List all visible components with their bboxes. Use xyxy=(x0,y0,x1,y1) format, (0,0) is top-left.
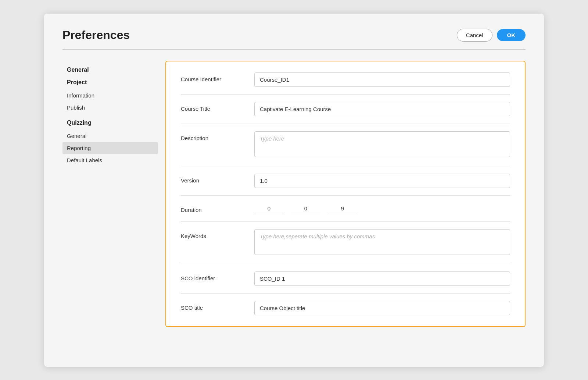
input-wrap-duration xyxy=(254,203,510,214)
sco-title-input[interactable] xyxy=(254,301,510,315)
form-row-course-identifier: Course Identifier xyxy=(181,72,510,95)
form-row-keywords: KeyWords xyxy=(181,229,510,264)
label-sco-identifier: SCO identifier xyxy=(181,271,254,281)
ok-button[interactable]: OK xyxy=(497,29,526,41)
input-wrap-sco-title xyxy=(254,301,510,315)
keywords-textarea[interactable] xyxy=(254,229,510,255)
form-row-description: Description xyxy=(181,131,510,166)
sidebar-item-quizzing-general[interactable]: General xyxy=(62,130,158,142)
header-buttons: Cancel OK xyxy=(457,29,526,42)
label-course-identifier: Course Identifier xyxy=(181,72,254,82)
label-duration: Duration xyxy=(181,203,254,213)
input-wrap-sco-identifier xyxy=(254,271,510,286)
duration-inputs xyxy=(254,203,510,214)
main-content-panel: Course Identifier Course Title Descripti… xyxy=(165,61,526,327)
sidebar-item-publish[interactable]: Publish xyxy=(62,102,158,114)
form-row-version: Version xyxy=(181,174,510,196)
form-row-sco-identifier: SCO identifier xyxy=(181,271,510,294)
preferences-dialog: Preferences Cancel OK General Project In… xyxy=(44,14,544,367)
content-area: General Project Information Publish Quiz… xyxy=(62,61,526,327)
course-identifier-input[interactable] xyxy=(254,72,510,87)
form-row-sco-title: SCO title xyxy=(181,301,510,315)
sidebar-section-project: Project xyxy=(62,79,158,86)
course-title-input[interactable] xyxy=(254,102,510,116)
label-sco-title: SCO title xyxy=(181,301,254,311)
duration-minutes-input[interactable] xyxy=(291,203,320,214)
sco-identifier-input[interactable] xyxy=(254,271,510,286)
form-row-course-title: Course Title xyxy=(181,102,510,124)
duration-hours-input[interactable] xyxy=(254,203,284,214)
version-input[interactable] xyxy=(254,174,510,188)
input-wrap-version xyxy=(254,174,510,188)
label-course-title: Course Title xyxy=(181,102,254,112)
duration-seconds-input[interactable] xyxy=(328,203,357,214)
header-divider xyxy=(62,49,526,50)
description-textarea[interactable] xyxy=(254,131,510,157)
label-description: Description xyxy=(181,131,254,141)
sidebar-item-reporting[interactable]: Reporting xyxy=(62,142,158,154)
label-version: Version xyxy=(181,174,254,184)
input-wrap-course-title xyxy=(254,102,510,116)
sidebar: General Project Information Publish Quiz… xyxy=(62,61,165,327)
label-keywords: KeyWords xyxy=(181,229,254,239)
sidebar-item-information[interactable]: Information xyxy=(62,89,158,102)
sidebar-section-quizzing: Quizzing xyxy=(62,120,158,126)
dialog-title: Preferences xyxy=(62,28,130,42)
cancel-button[interactable]: Cancel xyxy=(457,29,492,42)
dialog-header: Preferences Cancel OK xyxy=(62,28,526,42)
form-row-duration: Duration xyxy=(181,203,510,222)
input-wrap-course-identifier xyxy=(254,72,510,87)
sidebar-item-default-labels[interactable]: Default Labels xyxy=(62,154,158,166)
input-wrap-description xyxy=(254,131,510,159)
input-wrap-keywords xyxy=(254,229,510,256)
sidebar-section-general: General xyxy=(62,67,158,73)
